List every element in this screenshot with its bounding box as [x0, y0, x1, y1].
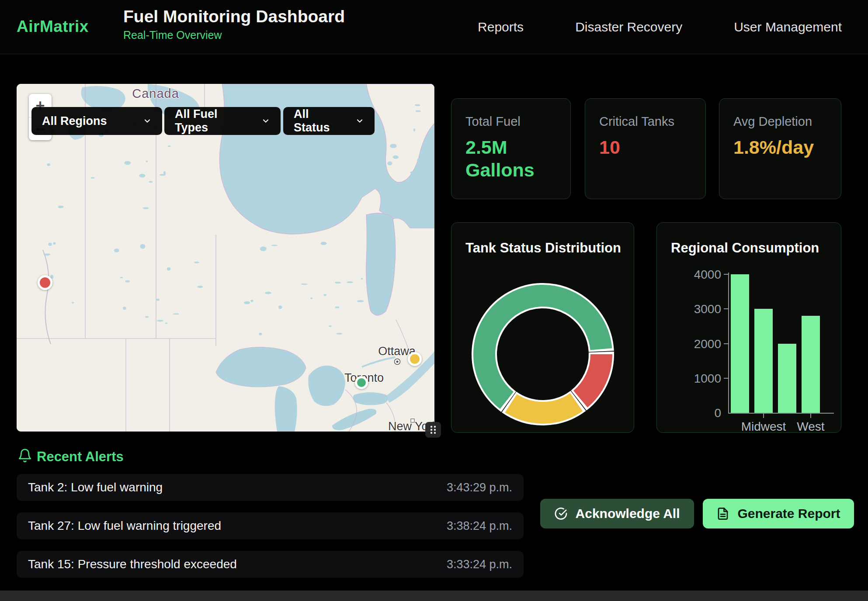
main-nav: Reports Disaster Recovery User Managemen…	[478, 0, 842, 54]
tank-marker-warning[interactable]	[408, 352, 422, 366]
alert-text: Tank 27: Low fuel warning triggered	[28, 519, 221, 533]
fuel-type-filter-value: All Fuel Types	[175, 107, 248, 135]
y-tick-mark	[724, 308, 728, 309]
stat-value-total-fuel: 2.5M Gallons	[465, 136, 546, 182]
page-subtitle: Real-Time Overview	[123, 29, 345, 41]
stat-label: Total Fuel	[465, 114, 556, 129]
alert-row[interactable]: Tank 2: Low fuel warning 3:43:29 p.m.	[17, 474, 524, 501]
alert-timestamp: 3:33:24 p.m.	[447, 558, 512, 571]
bar-region-0	[731, 274, 749, 413]
tank-marker-normal[interactable]	[355, 376, 368, 389]
alert-row[interactable]: Tank 27: Low fuel warning triggered 3:38…	[17, 512, 524, 539]
fuel-type-filter-dropdown[interactable]: All Fuel Types	[164, 107, 281, 135]
nav-reports[interactable]: Reports	[478, 20, 524, 35]
bottom-bar	[0, 591, 868, 601]
stat-label: Critical Tanks	[599, 114, 691, 129]
y-tick-label: 1000	[657, 372, 721, 386]
header: AirMatrix Fuel Monitoring Dashboard Real…	[0, 0, 868, 54]
regional-consumption-bar-chart: 01000200030004000MidwestWest	[657, 223, 841, 432]
document-icon	[716, 507, 729, 520]
x-tick-mark	[763, 414, 764, 418]
alert-row[interactable]: Tank 15: Pressure threshold exceeded 3:3…	[17, 551, 524, 578]
alert-text: Tank 2: Low fuel warning	[28, 480, 163, 494]
brand-logo: AirMatrix	[17, 17, 89, 36]
bell-icon	[17, 448, 32, 463]
stat-card-critical-tanks: Critical Tanks 10	[585, 98, 706, 199]
y-tick-mark	[724, 378, 728, 379]
alert-timestamp: 3:43:29 p.m.	[447, 481, 512, 494]
y-tick-label: 3000	[657, 302, 721, 316]
stat-label: Avg Depletion	[733, 114, 827, 129]
tank-status-card: Tank Status Distribution	[451, 222, 634, 433]
map-resize-grip[interactable]	[425, 422, 441, 438]
chevron-down-icon	[130, 117, 152, 125]
fuel-monitoring-dashboard: AirMatrix Fuel Monitoring Dashboard Real…	[0, 0, 868, 601]
x-axis	[728, 413, 834, 414]
chevron-down-icon	[342, 117, 364, 125]
recent-alerts-title: Recent Alerts	[37, 449, 124, 465]
town-square-icon	[410, 418, 415, 423]
bar-region-3	[802, 316, 820, 413]
nav-disaster-recovery[interactable]: Disaster Recovery	[575, 20, 682, 35]
chevron-down-icon	[248, 117, 270, 125]
y-tick-label: 4000	[657, 268, 721, 282]
acknowledge-all-button[interactable]: Acknowledge All	[540, 499, 694, 528]
grip-dots-icon	[427, 424, 439, 436]
town-dot-icon	[394, 358, 401, 365]
alert-timestamp: 3:38:24 p.m.	[447, 519, 512, 533]
x-tick-mark	[810, 414, 811, 418]
region-filter-dropdown[interactable]: All Regions	[31, 107, 162, 135]
status-filter-dropdown[interactable]: All Status	[283, 107, 375, 135]
stat-card-avg-depletion: Avg Depletion 1.8%/day	[719, 98, 841, 199]
acknowledge-all-label: Acknowledge All	[576, 506, 680, 521]
x-tick-label: West	[780, 420, 841, 434]
alert-text: Tank 15: Pressure threshold exceeded	[28, 557, 237, 571]
map-label-region: Canada	[132, 86, 179, 101]
y-axis	[728, 273, 729, 414]
y-tick-mark	[724, 343, 728, 344]
tank-marker-critical[interactable]	[38, 275, 52, 290]
donut-chart-title: Tank Status Distribution	[465, 240, 621, 256]
stat-value-critical-tanks: 10	[599, 136, 680, 159]
stat-card-total-fuel: Total Fuel 2.5M Gallons	[451, 98, 571, 199]
title-block: Fuel Monitoring Dashboard Real-Time Over…	[123, 7, 345, 41]
check-circle-icon	[555, 507, 568, 520]
regional-consumption-card: Regional Consumption 01000200030004000Mi…	[656, 222, 841, 433]
region-filter-value: All Regions	[42, 114, 107, 128]
map-filters: All Regions All Fuel Types All Status	[17, 107, 434, 135]
tank-map[interactable]: CanadaOttawaTorontoNew York + − All Regi…	[17, 84, 434, 432]
y-tick-label: 2000	[657, 337, 721, 351]
y-tick-mark	[724, 274, 728, 275]
bar-region-2	[778, 344, 796, 413]
y-tick-label: 0	[657, 406, 721, 420]
bar-region-1	[754, 309, 773, 413]
page-title: Fuel Monitoring Dashboard	[123, 7, 345, 26]
nav-user-management[interactable]: User Management	[734, 20, 842, 35]
status-filter-value: All Status	[294, 107, 342, 135]
generate-report-label: Generate Report	[737, 506, 840, 521]
generate-report-button[interactable]: Generate Report	[703, 499, 854, 528]
tank-status-donut-chart	[464, 276, 621, 433]
stat-value-avg-depletion: 1.8%/day	[733, 136, 814, 159]
